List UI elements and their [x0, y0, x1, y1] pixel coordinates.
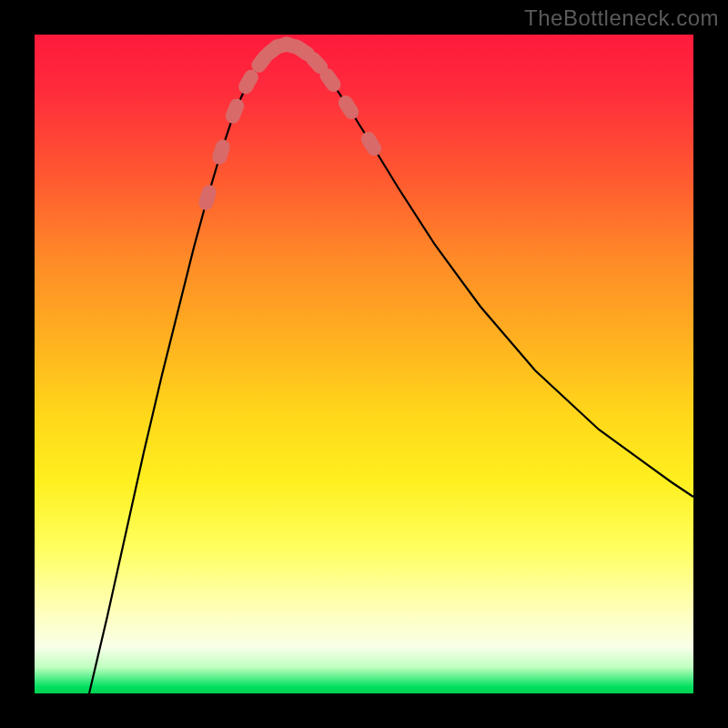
plot-area	[35, 35, 693, 693]
curve-marker	[210, 137, 232, 167]
curve-marker	[359, 129, 384, 158]
bottleneck-curve	[89, 46, 693, 693]
watermark-text: TheBottleneck.com	[524, 5, 719, 31]
curve-marker	[336, 93, 362, 122]
curve-marker	[223, 96, 246, 126]
chart-svg	[35, 35, 693, 693]
svg-rect-1	[210, 137, 232, 167]
curve-marker	[197, 183, 217, 211]
svg-rect-2	[223, 96, 246, 126]
chart-frame: TheBottleneck.com	[0, 0, 728, 728]
svg-rect-12	[359, 129, 384, 158]
svg-rect-11	[336, 93, 362, 122]
svg-rect-0	[197, 183, 217, 211]
